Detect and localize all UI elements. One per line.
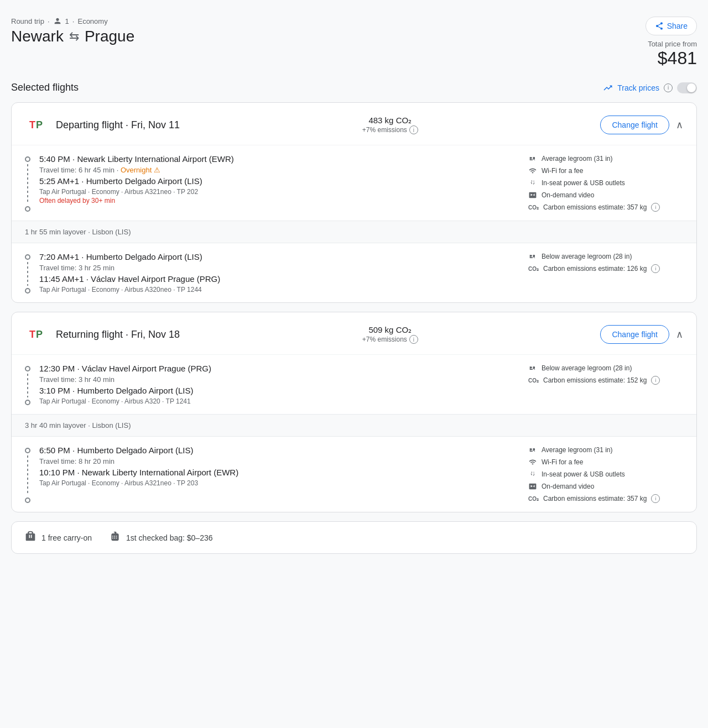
seg1-main: 5:40 PM · Newark Liberty International A… [39,154,683,212]
seg2-main: 7:20 AM+1 · Humberto Delgado Airport (LI… [39,252,683,294]
tap-logo-t: T [29,119,35,131]
track-prices-label: Track prices [617,83,659,92]
price-label: Total price from [648,40,697,48]
departing-co2-value: 483 kg CO₂ [368,116,412,125]
dep-seg1-arrive: 5:25 AM+1 · Humberto Delgado Airport (LI… [39,176,528,186]
ret-amenity-video-2: On-demand video [528,482,683,491]
amenity-video-1: On-demand video [528,191,683,200]
ret-amenity-wifi-2: Wi-Fi for a fee [528,458,683,467]
dep-seg2-depart: 7:20 AM+1 · Humberto Delgado Airport (LI… [39,252,528,261]
destination-city: Prague [85,28,134,45]
returning-seg1-row: 12:30 PM · Václav Havel Airport Prague (… [25,364,683,405]
share-label: Share [667,22,688,30]
ret-seg1-left: 12:30 PM · Václav Havel Airport Prague (… [39,364,528,405]
ret-seg2-co2-info-icon[interactable]: i [651,494,660,503]
departing-collapse-icon[interactable]: ∧ [676,119,683,131]
co2-label-1: CO₂ [528,205,539,211]
returning-card-header: TP Returning flight · Fri, Nov 18 509 kg… [12,312,696,355]
returning-segment-1: 12:30 PM · Václav Havel Airport Prague (… [12,355,696,414]
timeline-dot-ret2-top [25,448,30,453]
wifi-icon-ret [528,458,537,467]
passengers: 1 [65,17,69,25]
dep-seg2-amenities: Below average legroom (28 in) CO₂ Carbon… [528,252,683,273]
seat-icon-ret-2 [528,446,537,454]
carry-on-icon [25,531,36,544]
route-arrows: ⇆ [69,29,79,44]
departing-co2-info-icon[interactable]: i [409,125,418,134]
timeline-line [27,164,28,204]
ret-seg1-arrive: 3:10 PM · Humberto Delgado Airport (LIS) [39,386,528,395]
ret-amenity-legroom-1: Below average legroom (28 in) [528,364,683,373]
seg1-left: 5:40 PM · Newark Liberty International A… [39,154,528,205]
seat-icon [528,154,537,163]
departing-card-header: TP Departing flight · Fri, Nov 11 483 kg… [12,103,696,145]
ret-seg2-content: 6:50 PM · Humberto Delgado Airport (LIS)… [39,446,683,503]
dep-seg1-depart: 5:40 PM · Newark Liberty International A… [39,154,528,164]
returning-segment-2: 6:50 PM · Humberto Delgado Airport (LIS)… [12,437,696,512]
power-icon-ret [528,470,537,479]
seg2-content: 7:20 AM+1 · Humberto Delgado Airport (LI… [39,252,683,294]
dep-seg2-co2-row: CO₂ Carbon emissions estimate: 126 kg i [528,264,683,273]
returning-title: Returning flight · Fri, Nov 18 [56,329,180,341]
departing-title: Departing flight · Fri, Nov 11 [56,119,180,131]
timeline-dot-ret-bottom [25,400,30,405]
timeline-dot-bottom [25,206,30,212]
dep-seg2-airline: Tap Air Portugal · Economy · Airbus A320… [39,286,528,294]
returning-co2-sub: +7% emissions [362,336,407,343]
track-prices-toggle[interactable] [677,82,697,93]
returning-collapse-icon[interactable]: ∧ [676,328,683,341]
origin-city: Newark [11,28,64,45]
trip-info: Round trip · 1 · Economy Newark ⇆ Prague [11,17,134,45]
delayed-warning: Often delayed by 30+ min [39,197,528,205]
seg2-co2-info-icon[interactable]: i [651,264,660,273]
returning-change-flight-button[interactable]: Change flight [600,325,669,344]
timeline-dot-top [25,156,30,162]
timeline-line-ret [27,374,28,397]
dep-seg2-arrive: 11:45 AM+1 · Václav Havel Airport Prague… [39,274,528,284]
tap-logo-p: P [36,119,43,131]
returning-co2-info-icon[interactable]: i [409,335,418,344]
co2-label-ret-1: CO₂ [528,378,539,384]
timeline-dot-ret2-bottom [25,497,30,503]
returning-co2: 509 kg CO₂ +7% emissions i [362,325,418,344]
departing-header-right: Change flight ∧ [600,116,683,134]
departing-change-flight-button[interactable]: Change flight [600,116,669,134]
dep-seg1-travel-time: Travel time: 6 hr 45 min · Overnight ⚠ [39,166,528,174]
dep-seg1-amenities: Average legroom (31 in) Wi-Fi for a fee [528,154,683,212]
amenity-wifi-1: Wi-Fi for a fee [528,166,683,175]
price-info: Total price from $481 [648,40,697,69]
power-icon [528,179,537,187]
checked-bag-item: 1st checked bag: $0–236 [110,531,212,544]
timeline-1 [25,154,30,212]
departing-seg2-row: 7:20 AM+1 · Humberto Delgado Airport (LI… [25,252,683,294]
trip-meta: Round trip · 1 · Economy [11,17,134,25]
track-prices-info-icon[interactable]: i [664,83,673,92]
ret-seg1-amenities: Below average legroom (28 in) CO₂ Carbon… [528,364,683,385]
seg1-co2-info-icon[interactable]: i [651,203,660,212]
wifi-icon [528,166,537,175]
departing-segment-2: 7:20 AM+1 · Humberto Delgado Airport (LI… [12,243,696,302]
tap-logo-departing: TP [25,114,47,136]
ret-seg1-co2-info-icon[interactable]: i [651,376,660,385]
amenity-legroom-2: Below average legroom (28 in) [528,252,683,261]
departing-co2: 483 kg CO₂ +7% emissions i [362,116,418,134]
timeline-line-2 [27,262,28,286]
seat-icon-2 [528,252,537,261]
video-icon-ret [528,482,537,491]
ret-seg1-airline: Tap Air Portugal · Economy · Airbus A320… [39,397,528,405]
dep-seg1-airline: Tap Air Portugal · Economy · Airbus A321… [39,188,528,196]
departing-segment-1: 5:40 PM · Newark Liberty International A… [12,145,696,221]
timeline-ret-2 [25,446,30,503]
ret-seg2-main: 6:50 PM · Humberto Delgado Airport (LIS)… [39,446,683,503]
trending-icon [603,83,613,93]
ret-tap-logo-p: P [36,329,43,341]
share-button[interactable]: Share [645,17,697,35]
seg1-content: 5:40 PM · Newark Liberty International A… [39,154,683,212]
header-right: Share Total price from $481 [645,17,697,69]
departing-co2-sub: +7% emissions [362,126,407,134]
timeline-dot-bottom-2 [25,288,30,294]
timeline-ret-1 [25,364,30,405]
track-prices-container: Track prices i [603,82,697,93]
ret-seg1-main: 12:30 PM · Václav Havel Airport Prague (… [39,364,683,405]
section-title: Selected flights [11,82,79,93]
